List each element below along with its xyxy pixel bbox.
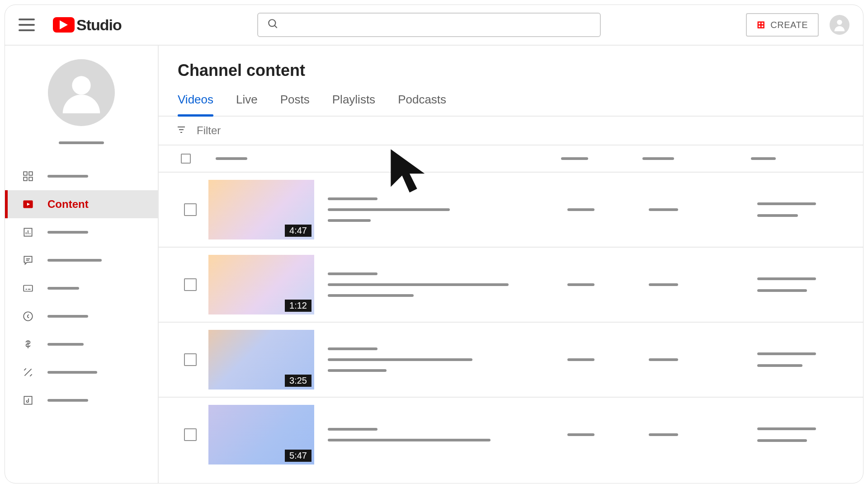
sidebar-item-audio[interactable] [5,386,158,414]
sidebar-item-label [47,231,88,234]
video-thumbnail[interactable]: 5:47 [208,405,314,465]
video-duration: 5:47 [285,450,311,462]
svg-line-2 [274,25,277,28]
filter-icon [176,124,187,137]
svg-marker-0 [60,20,68,29]
cell-placeholder [757,352,816,355]
svg-line-22 [24,368,26,370]
svg-rect-24 [24,396,32,404]
svg-rect-8 [29,177,33,181]
cell-placeholder [757,277,816,280]
svg-line-21 [24,369,31,375]
svg-rect-6 [29,172,33,175]
video-row[interactable]: 4:47 [159,173,863,248]
video-title-placeholder [328,197,377,200]
cell-placeholder [757,202,816,205]
svg-point-3 [837,20,842,25]
tab-playlists[interactable]: Playlists [332,93,375,116]
cell-placeholder [649,283,678,286]
svg-rect-17 [24,286,33,291]
sidebar-item-label [47,371,97,374]
create-button[interactable]: ⊞ CREATE [746,13,819,37]
svg-point-4 [72,76,90,94]
select-all-checkbox[interactable] [181,154,191,164]
sidebar-item-earn[interactable] [5,330,158,358]
tab-videos[interactable]: Videos [178,93,213,116]
table-header [159,145,863,173]
row-checkbox[interactable] [184,203,197,216]
sidebar-item-comments[interactable] [5,246,158,274]
channel-avatar[interactable] [48,59,115,126]
video-duration: 4:47 [285,225,311,237]
audio-library-icon [22,394,34,406]
create-plus-icon: ⊞ [757,19,765,31]
cell-placeholder [757,289,807,292]
sidebar-item-content[interactable]: Content [5,190,158,218]
sidebar-item-analytics[interactable] [5,218,158,246]
video-row[interactable]: 3:25 [159,323,863,398]
column-header-c [642,157,674,160]
sidebar-item-label [47,315,88,318]
cell-placeholder [649,433,678,436]
video-title-placeholder [328,428,377,431]
menu-icon[interactable] [19,19,35,31]
video-thumbnail[interactable]: 1:12 [208,255,314,314]
sidebar-item-label [47,343,84,346]
comments-icon [22,254,34,266]
sidebar-item-label [47,259,102,262]
cell-placeholder [757,439,807,442]
copyright-icon [22,310,34,322]
studio-logo[interactable]: Studio [53,16,122,34]
app-window: Studio ⊞ CREATE [5,5,863,483]
video-title-placeholder [328,272,377,275]
sidebar-nav: Content [5,162,158,414]
cell-placeholder [649,208,678,211]
svg-rect-5 [24,172,27,175]
video-desc-placeholder [328,283,509,286]
video-row[interactable]: 1:12 [159,248,863,323]
cell-placeholder [567,433,594,436]
cell-placeholder [567,358,594,361]
video-thumbnail[interactable]: 3:25 [208,330,314,389]
row-checkbox[interactable] [184,428,197,441]
tab-posts[interactable]: Posts [280,93,310,116]
sidebar-item-customize[interactable] [5,358,158,386]
video-duration: 1:12 [285,300,311,312]
video-thumbnail[interactable]: 4:47 [208,180,314,239]
filter-bar[interactable] [159,117,863,145]
content-icon [22,198,34,210]
tab-podcasts[interactable]: Podcasts [398,93,446,116]
dashboard-icon [22,170,34,182]
video-meta [314,197,567,222]
sidebar-item-dashboard[interactable] [5,162,158,190]
filter-input[interactable] [197,124,332,137]
search-icon [267,18,279,32]
create-button-label: CREATE [770,20,808,30]
column-header-b [561,157,588,160]
cell-placeholder [567,208,594,211]
row-checkbox[interactable] [184,353,197,366]
row-checkbox[interactable] [184,278,197,291]
mouse-cursor-icon [387,145,432,197]
video-meta [314,347,567,372]
svg-point-1 [269,19,275,26]
video-desc-placeholder [328,369,387,372]
account-avatar[interactable] [830,15,849,35]
video-desc-placeholder [328,294,414,297]
video-desc-placeholder [328,219,371,222]
video-desc-placeholder [328,208,450,211]
search-input[interactable] [286,20,591,30]
video-desc-placeholder [328,439,491,441]
tab-live[interactable]: Live [236,93,258,116]
magic-wand-icon [22,366,34,378]
sidebar-item-copyright[interactable] [5,302,158,330]
sidebar-item-subtitles[interactable] [5,274,158,302]
cell-placeholder [757,364,802,367]
page-title: Channel content [159,46,863,80]
content-tabs: Videos Live Posts Playlists Podcasts [159,80,863,117]
column-header-video [216,157,247,160]
search-box[interactable] [257,13,601,37]
sidebar-item-label [47,175,88,178]
video-row[interactable]: 5:47 [159,398,863,472]
channel-header [5,46,158,162]
